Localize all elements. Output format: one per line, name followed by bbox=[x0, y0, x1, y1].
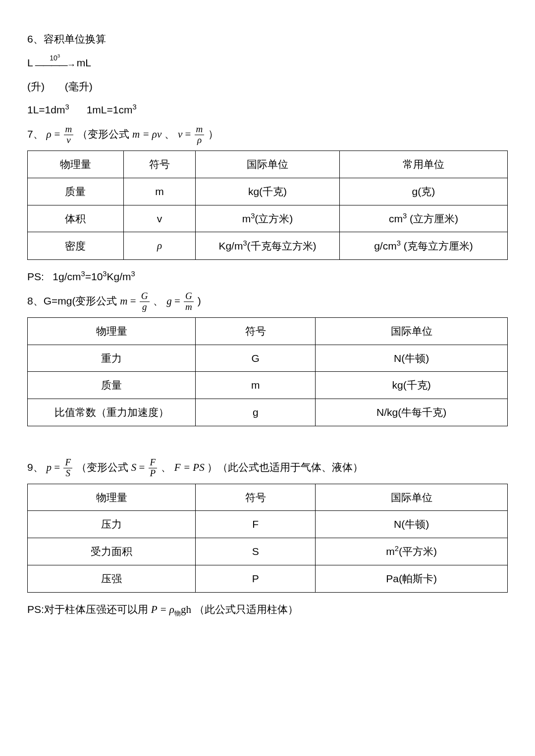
cell: 重力 bbox=[28, 345, 196, 372]
label-liter: (升) bbox=[27, 81, 45, 92]
unit-mL: mL bbox=[77, 53, 91, 72]
table-row: 压强 P Pa(帕斯卡) bbox=[28, 565, 508, 592]
f0-lhs-9: p bbox=[47, 461, 52, 473]
arrow-shaft: ————→ bbox=[35, 60, 75, 69]
section-7-formula: 7、 ρ = mv （变形公式 m = ρv 、 v = mρ ） bbox=[27, 124, 508, 146]
table-row: 压力 F N(牛顿) bbox=[28, 511, 508, 538]
alt2-9: F = PS bbox=[174, 461, 205, 473]
section-6-arrow-line: L 103 ————→ mL bbox=[27, 53, 508, 72]
eq-1ml-sup: 3 bbox=[132, 103, 136, 111]
eq-1l-sup: 3 bbox=[65, 103, 69, 111]
cell: kg(千克) bbox=[316, 372, 508, 399]
paren-open-9: （变形公式 bbox=[76, 461, 128, 473]
table-row: 重力 G N(牛顿) bbox=[28, 345, 508, 372]
cell-header: 物理量 bbox=[28, 317, 196, 345]
alt1-rhs: = ρv bbox=[140, 128, 161, 140]
cell-header: 物理量 bbox=[28, 484, 196, 511]
cell: G bbox=[196, 345, 316, 372]
frac-m-v: mv bbox=[64, 124, 74, 146]
cell: 密度 bbox=[28, 232, 124, 260]
table-row: 物理量 符号 国际单位 bbox=[28, 484, 508, 511]
cell: ρ bbox=[123, 232, 195, 260]
f2-lhs-8: g bbox=[166, 295, 172, 307]
cell-header: 国际单位 bbox=[316, 484, 508, 511]
table-row: 体积 v m3(立方米) cm3 (立方厘米) bbox=[28, 205, 508, 232]
table-8: 物理量 符号 国际单位 重力 G N(牛顿) 质量 m kg(千克) 比值常数（… bbox=[27, 317, 508, 426]
label-milliliter: (毫升) bbox=[65, 81, 93, 92]
cell: Kg/m3(千克每立方米) bbox=[196, 232, 340, 260]
table-row: 物理量 符号 国际单位 bbox=[28, 317, 508, 345]
table-row: 质量 m kg(千克) g(克) bbox=[28, 178, 508, 205]
table-row: 比值常数（重力加速度） g N/kg(牛每千克) bbox=[28, 399, 508, 426]
section-6-equalities: 1L=1dm3 1mL=1cm3 bbox=[27, 101, 508, 119]
prefix-7: 7、 bbox=[27, 128, 44, 140]
cell-header: 物理量 bbox=[28, 151, 124, 178]
cell: 受力面积 bbox=[28, 538, 196, 565]
f1-lhs-9: S bbox=[131, 461, 137, 473]
cell: cm3 (立方厘米) bbox=[339, 205, 507, 232]
frac-F-P: FP bbox=[149, 457, 158, 479]
cell: N(牛顿) bbox=[316, 345, 508, 372]
cell: g(克) bbox=[339, 178, 507, 205]
cell: kg(千克) bbox=[196, 178, 340, 205]
section-6-title: 6、容积单位换算 bbox=[27, 30, 508, 49]
cell: 体积 bbox=[28, 205, 124, 232]
arrow-icon: 103 ————→ bbox=[35, 54, 75, 69]
cell-header: 国际单位 bbox=[196, 151, 340, 178]
cell-header: 符号 bbox=[196, 317, 316, 345]
section-6-labels: (升) (毫升) bbox=[27, 77, 508, 96]
cell: g/cm3 (克每立方厘米) bbox=[339, 232, 507, 260]
frac-F-S: FS bbox=[63, 457, 72, 479]
sep-7: 、 bbox=[164, 128, 175, 140]
ps9-a: PS:对于柱体压强还可以用 bbox=[27, 604, 148, 615]
eq-1l: 1L=1dm bbox=[27, 104, 65, 115]
sep-8: 、 bbox=[153, 295, 163, 306]
table-row: 质量 m kg(千克) bbox=[28, 372, 508, 399]
cell: v bbox=[123, 205, 195, 232]
cell: 压强 bbox=[28, 565, 196, 592]
cell: 压力 bbox=[28, 511, 196, 538]
section-9-ps: PS:对于柱体压强还可以用 P = ρ物gh （此公式只适用柱体） bbox=[27, 600, 508, 619]
cell: P bbox=[196, 565, 316, 592]
f1-lhs-8: m bbox=[120, 295, 127, 307]
frac-m-rho: mρ bbox=[195, 124, 205, 146]
section-7-ps: PS: 1g/cm3=103Kg/m3 bbox=[27, 267, 508, 286]
cell: 比值常数（重力加速度） bbox=[28, 399, 196, 426]
cell-header: 国际单位 bbox=[316, 317, 508, 345]
frac-G-g: Gg bbox=[140, 291, 150, 312]
cell: N/kg(牛每千克) bbox=[316, 399, 508, 426]
section-9-formula: 9、 p = FS （变形公式 S = FP 、 F = PS ）（此公式也适用… bbox=[27, 457, 508, 479]
cell: S bbox=[196, 538, 316, 565]
frac-G-m: Gm bbox=[184, 291, 194, 312]
alt2-lhs: v bbox=[178, 128, 182, 140]
table-7: 物理量 符号 国际单位 常用单位 质量 m kg(千克) g(克) 体积 v m… bbox=[27, 151, 508, 260]
table-row: 受力面积 S m2(平方米) bbox=[28, 538, 508, 565]
table-row: 物理量 符号 国际单位 常用单位 bbox=[28, 151, 508, 178]
alt1-lhs: m bbox=[132, 128, 140, 140]
eq-sign: = bbox=[54, 128, 62, 140]
prefix-8: 8、G=mg(变形公式 bbox=[27, 295, 117, 306]
ps9-eq: P = ρ物gh bbox=[151, 604, 191, 615]
cell: g bbox=[196, 399, 316, 426]
paren-close-9: ）（此公式也适用于气体、液体） bbox=[207, 461, 363, 473]
section-8-formula: 8、G=mg(变形公式 m = Gg 、 g = Gm ) bbox=[27, 291, 508, 312]
cell: m bbox=[123, 178, 195, 205]
cell-header: 符号 bbox=[123, 151, 195, 178]
prefix-9: 9、 bbox=[27, 461, 44, 473]
unit-L: L bbox=[27, 53, 33, 72]
table-row: 密度 ρ Kg/m3(千克每立方米) g/cm3 (克每立方厘米) bbox=[28, 232, 508, 260]
cell: m3(立方米) bbox=[196, 205, 340, 232]
eq-1ml: 1mL=1cm bbox=[87, 104, 133, 115]
cell: Pa(帕斯卡) bbox=[316, 565, 508, 592]
paren-close-7: ） bbox=[208, 128, 218, 140]
ps9-d: （此公式只适用柱体） bbox=[194, 604, 298, 615]
sep-9: 、 bbox=[161, 461, 171, 473]
rho-sym: ρ bbox=[47, 128, 52, 140]
suffix-8: ) bbox=[198, 295, 201, 306]
cell: 质量 bbox=[28, 372, 196, 399]
cell: m bbox=[196, 372, 316, 399]
cell: N(牛顿) bbox=[316, 511, 508, 538]
cell: m2(平方米) bbox=[316, 538, 508, 565]
paren-open-7: （变形公式 bbox=[77, 128, 129, 140]
table-9: 物理量 符号 国际单位 压力 F N(牛顿) 受力面积 S m2(平方米) 压强… bbox=[27, 484, 508, 593]
